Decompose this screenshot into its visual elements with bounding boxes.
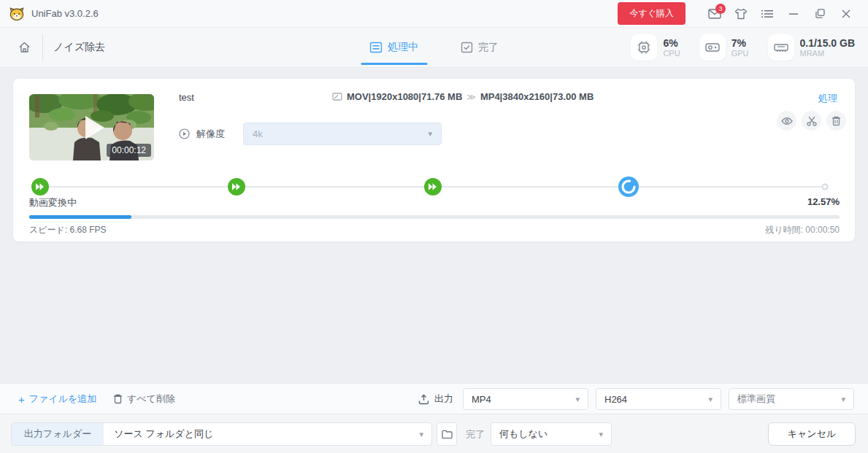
tab-processing[interactable]: 処理中: [369, 28, 418, 67]
toolbar: ノイズ除去 処理中 完了: [0, 28, 868, 68]
delete-all-label: すべて削除: [127, 392, 175, 406]
transition-arrow-icon: ≫: [466, 92, 476, 102]
gpu-label: GPU: [731, 49, 749, 58]
folder-icon: [442, 430, 453, 439]
preview-button[interactable]: [777, 111, 796, 131]
resolution-play-icon: [179, 128, 190, 139]
gpu-icon: [704, 41, 721, 54]
menu-button[interactable]: [754, 3, 780, 25]
minimize-button[interactable]: [780, 3, 807, 25]
theme-button[interactable]: [728, 3, 754, 25]
stage-marker-done: [424, 178, 442, 195]
codec-select[interactable]: H264 ▾: [596, 388, 721, 410]
trash-all-icon: [113, 394, 123, 404]
close-icon: [842, 9, 850, 18]
add-files-label: ファイルを追加: [29, 392, 97, 406]
resolution-label: 解像度: [196, 128, 225, 141]
eye-icon: [781, 117, 793, 125]
cpu-stat: 6% CPU: [631, 34, 680, 61]
video-thumbnail[interactable]: 00:00:12: [29, 94, 154, 160]
duration-badge: 00:00:12: [107, 144, 151, 157]
progress-bar: [29, 215, 840, 219]
chevron-down-icon: ▾: [575, 395, 580, 403]
process-link[interactable]: 処理: [818, 92, 837, 105]
titlebar: UniFab v3.0.2.6 今すぐ購入 3: [0, 0, 868, 28]
delete-all-button[interactable]: すべて削除: [113, 392, 175, 406]
completed-check-icon: [461, 42, 472, 53]
close-button[interactable]: [833, 3, 859, 25]
output-label-group: 出力: [418, 392, 453, 406]
scissors-icon: [807, 116, 817, 126]
ram-icon: [773, 41, 789, 54]
gpu-stat: 7% GPU: [699, 34, 749, 61]
processing-list-icon: [369, 42, 382, 53]
format-select[interactable]: MP4 ▾: [463, 388, 588, 410]
speed-text: スピード: 6.68 FPS: [29, 224, 107, 236]
messages-button[interactable]: 3: [702, 3, 728, 25]
quality-value: 標準画質: [737, 392, 775, 406]
target-info: MP4|3840x2160|73.00 MB: [480, 91, 594, 102]
codec-value: H264: [604, 394, 627, 405]
resolution-value: 4k: [253, 128, 263, 139]
chevron-down-icon: ▾: [841, 395, 845, 403]
play-icon: [85, 116, 104, 139]
tab-completed-label: 完了: [478, 41, 499, 54]
chevron-down-icon: ▾: [419, 423, 431, 445]
stage-marker-pending: [822, 184, 829, 190]
trim-button[interactable]: [802, 111, 821, 131]
output-folder-value: ソース フォルダと同じ: [104, 423, 419, 445]
output-folder-select[interactable]: 出力フォルダー ソース フォルダと同じ ▾: [11, 422, 432, 446]
format-value: MP4: [472, 394, 491, 405]
toolbar-divider: [42, 34, 43, 61]
export-icon: [418, 394, 429, 405]
output-folder-label: 出力フォルダー: [12, 423, 104, 445]
menu-icon: [761, 9, 773, 18]
media-info-icon: [332, 92, 342, 101]
gpu-value: 7%: [731, 37, 749, 49]
trash-icon: [831, 116, 841, 126]
add-files-button[interactable]: + ファイルを追加: [18, 392, 96, 406]
tab-processing-label: 処理中: [388, 41, 418, 54]
resolution-select[interactable]: 4k ▾: [243, 123, 442, 145]
chevron-down-icon: ▾: [428, 130, 432, 138]
cancel-button[interactable]: キャンセル: [768, 422, 856, 446]
home-button[interactable]: [13, 36, 35, 58]
progress-fill: [29, 215, 131, 219]
quality-select[interactable]: 標準画質 ▾: [729, 388, 854, 410]
file-name: test: [179, 92, 194, 103]
cpu-label: CPU: [663, 49, 680, 58]
stage-track: [40, 177, 825, 197]
chevron-down-icon: ▾: [599, 430, 603, 438]
plus-icon: +: [18, 394, 25, 405]
chevron-down-icon: ▾: [708, 395, 713, 403]
home-icon: [18, 42, 31, 53]
on-complete-label: 完了: [466, 428, 485, 441]
restore-button[interactable]: [807, 3, 833, 25]
mram-stat: 0.1/15.0 GB MRAM: [768, 34, 856, 61]
browse-folder-button[interactable]: [437, 422, 457, 446]
stage-marker-done: [31, 178, 49, 195]
stage-marker-done: [228, 178, 245, 195]
status-text: 動画変換中: [29, 196, 77, 209]
app-title: UniFab v3.0.2.6: [31, 8, 99, 19]
buy-now-button[interactable]: 今すぐ購入: [618, 2, 685, 25]
bottom-bar: 出力フォルダー ソース フォルダと同じ ▾ 完了 何もしない ▾ キャンセル: [0, 414, 868, 453]
output-settings-bar: + ファイルを追加 すべて削除 出力 MP4 ▾ H264 ▾ 標準画質: [0, 383, 868, 414]
on-complete-value: 何もしない: [499, 427, 548, 441]
tab-completed[interactable]: 完了: [461, 28, 499, 67]
cpu-value: 6%: [663, 37, 680, 49]
on-complete-select[interactable]: 何もしない ▾: [491, 422, 612, 446]
restore-icon: [815, 9, 825, 18]
app-logo-icon: [9, 6, 25, 22]
remaining-time-text: 残り時間: 00:00:50: [765, 224, 840, 236]
source-info: MOV|1920x1080|71.76 MB: [347, 91, 462, 102]
cpu-icon: [637, 40, 651, 55]
module-title: ノイズ除去: [53, 41, 105, 54]
delete-button[interactable]: [826, 111, 846, 131]
file-info: MOV|1920x1080|71.76 MB ≫ MP4|3840x2160|7…: [332, 91, 594, 102]
app-window: UniFab v3.0.2.6 今すぐ購入 3: [0, 0, 868, 453]
mram-label: MRAM: [800, 49, 856, 58]
task-card: 00:00:12 test MOV|1920x1080|71.76 MB ≫ M…: [13, 79, 855, 241]
stage-marker-current: [618, 177, 639, 197]
minimize-icon: [789, 9, 798, 18]
